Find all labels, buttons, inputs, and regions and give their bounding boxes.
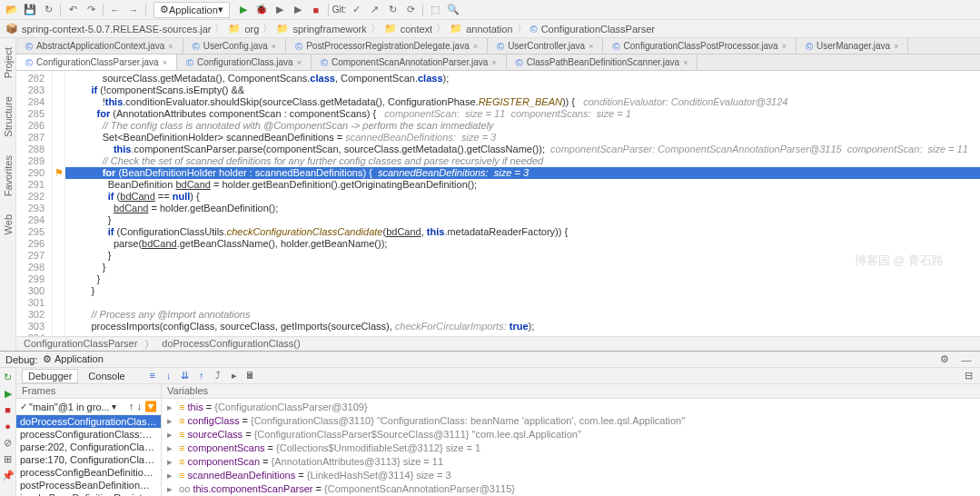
thread-selector[interactable]: ✓ "main"@1 in gro... ▾ ↑ ↓ 🔽 (16, 399, 161, 415)
stack-frame[interactable]: postProcessBeanDefinitionRegistry:233, (16, 479, 161, 491)
mute-icon[interactable]: ⊘ (2, 437, 15, 450)
code-line[interactable]: sourceClass.getMetadata(), ComponentScan… (65, 73, 980, 84)
editor-tab[interactable]: © ConfigurationClassPostProcessor.java × (603, 38, 796, 54)
code-line[interactable]: for (AnnotationAttributes componentScan … (65, 108, 980, 120)
stack-frame[interactable]: parse:170, ConfigurationClassParser (o (16, 453, 161, 466)
git-commit-icon[interactable]: ✓ (348, 2, 364, 18)
variable-row[interactable]: ▸ oo this.componentScanParser = {Compone… (165, 482, 976, 496)
variable-row[interactable]: ▸ ≡ configClass = {ConfigurationClass@31… (165, 414, 976, 428)
editor-tab[interactable]: © ClassPathBeanDefinitionScanner.java × (507, 55, 698, 70)
evaluate-icon[interactable]: 🖩 (244, 370, 257, 382)
code-line[interactable]: } (65, 285, 980, 297)
code-line[interactable] (65, 297, 980, 309)
force-step-into-icon[interactable]: ⇊ (179, 370, 192, 382)
code-line[interactable]: if (ConfigurationClassUtils.checkConfigu… (65, 226, 980, 238)
run-to-cursor-icon[interactable]: ▸ (228, 370, 241, 382)
git-update-icon[interactable]: ↻ (384, 2, 401, 18)
minimize-icon[interactable]: — (958, 352, 975, 368)
close-icon[interactable]: × (473, 42, 478, 51)
drop-frame-icon[interactable]: ⤴ (212, 370, 224, 382)
git-push-icon[interactable]: ↗ (366, 2, 382, 18)
close-icon[interactable]: × (589, 42, 593, 51)
code-line[interactable]: } (65, 262, 980, 273)
breakpoints-icon[interactable]: ● (2, 421, 15, 433)
close-icon[interactable]: × (163, 58, 167, 67)
code-line[interactable]: } (65, 250, 980, 262)
structure-icon[interactable]: ⬚ (427, 2, 443, 18)
variable-row[interactable]: ▸ ≡ sourceClass = {ConfigurationClassPar… (165, 428, 976, 441)
code-line[interactable]: if (bdCand == null) { (65, 191, 980, 203)
web-tool[interactable]: Web (3, 214, 14, 234)
stack-frame[interactable]: doProcessConfigurationClass:290, Conf (16, 415, 161, 428)
code-line[interactable]: } (65, 214, 980, 226)
expand-icon[interactable]: ⊟ (962, 370, 975, 382)
rerun-icon[interactable]: ↻ (2, 372, 15, 384)
profile-icon[interactable]: ▶ (290, 2, 306, 18)
coverage-icon[interactable]: ▶ (272, 2, 288, 18)
code-line[interactable]: BeanDefinition bdCand = holder.getBeanDe… (65, 179, 980, 191)
close-icon[interactable]: × (683, 58, 688, 67)
close-icon[interactable]: × (894, 42, 898, 51)
breakpoint-gutter[interactable]: ⚑ (53, 71, 65, 336)
variable-row[interactable]: ▸ ≡ componentScan = {AnnotationAttribute… (165, 455, 976, 469)
code-line[interactable]: processImports(configClass, sourceClass,… (65, 321, 980, 332)
variable-row[interactable]: ▸ ≡ componentScans = {Collections$Unmodi… (165, 441, 976, 455)
close-icon[interactable]: × (297, 58, 302, 67)
code-line[interactable]: // The config class is annotated with @C… (65, 120, 980, 132)
code-line[interactable]: !this.conditionEvaluator.shouldSkip(sour… (65, 96, 980, 108)
stack-frame[interactable]: invokeBeanDefinitionRegistryPostProces (16, 491, 161, 496)
open-icon[interactable]: 📂 (4, 2, 20, 18)
structure-tool[interactable]: Structure (3, 96, 14, 137)
code-line[interactable]: bdCand = holder.getBeanDefinition(); (65, 203, 980, 214)
search-icon[interactable]: 🔍 (445, 2, 461, 18)
editor-tab[interactable]: © ConfigurationClassParser.java × (16, 55, 177, 70)
close-icon[interactable]: × (491, 58, 496, 67)
refresh-icon[interactable]: ↻ (40, 2, 56, 18)
undo-icon[interactable]: ↶ (64, 2, 81, 18)
gear-icon[interactable]: ⚙ (936, 352, 953, 368)
code-line[interactable] (65, 332, 980, 336)
console-tab[interactable]: Console (82, 369, 131, 383)
stop-debug-icon[interactable]: ■ (2, 404, 15, 417)
code-line[interactable]: parse(bdCand.getBeanClassName(), holder.… (65, 238, 980, 250)
debugger-tab[interactable]: Debugger (22, 369, 78, 383)
close-icon[interactable]: × (168, 42, 173, 51)
variable-row[interactable]: ▸ ≡ scannedBeanDefinitions = {LinkedHash… (165, 469, 976, 482)
back-icon[interactable]: ← (107, 2, 124, 18)
close-icon[interactable]: × (782, 42, 787, 51)
project-tool[interactable]: Project (3, 47, 14, 78)
stop-icon[interactable]: ■ (308, 2, 324, 18)
favorites-tool[interactable]: Favorites (3, 155, 14, 196)
pin-icon[interactable]: 📌 (2, 470, 15, 482)
debug-icon[interactable]: 🐞 (253, 2, 270, 18)
layout-icon[interactable]: ⊞ (2, 453, 15, 466)
step-out-icon[interactable]: ↑ (195, 370, 208, 382)
code-line[interactable]: for (BeanDefinitionHolder holder : scann… (65, 167, 980, 179)
code-line[interactable]: // Process any @Import annotations (65, 309, 980, 321)
forward-icon[interactable]: → (125, 2, 142, 18)
editor-tab[interactable]: © ComponentScanAnnotationParser.java × (312, 55, 507, 70)
code-line[interactable]: this.componentScanParser.parse(component… (65, 144, 980, 155)
step-into-icon[interactable]: ↓ (163, 370, 175, 382)
editor-tab[interactable]: © UserController.java × (488, 38, 603, 54)
redo-icon[interactable]: ↷ (83, 2, 99, 18)
code-line[interactable]: Set<BeanDefinitionHolder> scannedBeanDef… (65, 132, 980, 144)
step-over-icon[interactable]: ≡ (146, 370, 159, 382)
run-config-selector[interactable]: ⚙ Application ▾ (153, 2, 230, 18)
code-line[interactable]: } (65, 273, 980, 285)
editor-tab[interactable]: © PostProcessorRegistrationDelegate.java… (286, 38, 488, 54)
editor-tab[interactable]: © ConfigurationClass.java × (177, 55, 312, 70)
stack-frame[interactable]: processConfigBeanDefinitions:316, Con (16, 466, 161, 479)
editor-tab[interactable]: © UserManager.java × (797, 38, 909, 54)
code-editor[interactable]: 2822832842852862872882892902912922932942… (16, 71, 980, 336)
close-icon[interactable]: × (272, 42, 276, 51)
editor-tab[interactable]: © UserConfig.java × (183, 38, 287, 54)
stack-frame[interactable]: parse:202, ConfigurationClassParser (o (16, 441, 161, 453)
git-history-icon[interactable]: ⟳ (402, 2, 419, 18)
stack-frame[interactable]: processConfigurationClass:245, Config (16, 428, 161, 441)
editor-tab[interactable]: © AbstractApplicationContext.java × (16, 38, 183, 54)
run-icon[interactable]: ▶ (235, 2, 252, 18)
save-icon[interactable]: 💾 (22, 2, 38, 18)
code-line[interactable]: // Check the set of scanned definitions … (65, 155, 980, 167)
code-line[interactable]: if (!componentScans.isEmpty() && (65, 84, 980, 96)
